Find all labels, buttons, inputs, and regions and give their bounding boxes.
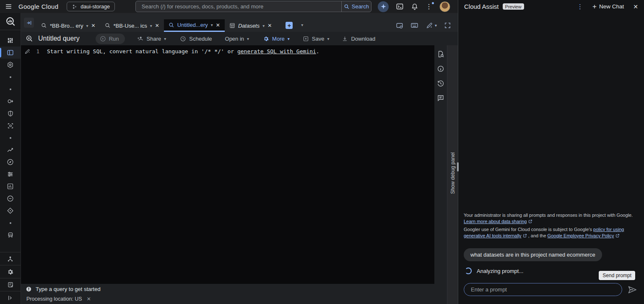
tab-close-icon[interactable]: ✕ — [267, 23, 272, 29]
query-icon — [41, 23, 47, 29]
gemini-policy-disclaimer: Googler use of Gemini for Cloud console … — [464, 226, 637, 239]
schedule-button[interactable]: Schedule — [180, 36, 212, 42]
sidebar-item-release-notes-icon[interactable] — [0, 278, 21, 291]
sidebar-item-governance-hex-icon[interactable] — [0, 59, 21, 71]
sidebar-item-security-shield-icon[interactable] — [0, 107, 21, 120]
sidebar-item-sharing-org-icon[interactable] — [0, 252, 21, 265]
sidebar-item-gemini-diamond-icon[interactable] — [0, 205, 21, 217]
sidebar-item-data-transfer-icon[interactable] — [0, 95, 21, 107]
main-column: Google Cloud daui-storage Search — [0, 0, 458, 304]
sidebar-item-compass-icon[interactable] — [0, 156, 21, 168]
table-icon — [229, 23, 235, 29]
send-prompt-tooltip: Send prompt — [599, 271, 635, 280]
sidebar-item-welcome-grid-icon[interactable] — [0, 34, 21, 47]
bigquery-logo-icon[interactable] — [0, 13, 21, 30]
sidebar-item-capacity-frame-icon[interactable] — [0, 120, 21, 132]
google-cloud-logo[interactable]: Google Cloud — [18, 3, 58, 10]
collapse-explorer-icon[interactable] — [24, 18, 34, 28]
tab-overflow-caret-icon[interactable]: ▾ — [301, 23, 303, 27]
workspace: *BB-Bro... ery ▾ ✕ *BB-Use... ics ▾ ✕ Un… — [21, 13, 458, 304]
assist-more-options-icon[interactable]: ⋮ — [577, 3, 583, 10]
assist-close-icon[interactable]: ✕ — [633, 3, 638, 10]
tab-close-icon[interactable]: ✕ — [216, 22, 220, 28]
query-results-doc-icon[interactable] — [436, 49, 445, 59]
sidebar-item-dashboard-icon[interactable] — [0, 180, 21, 192]
project-icon — [72, 4, 78, 10]
gear-icon — [263, 36, 269, 42]
tab-query-1[interactable]: *BB-Bro... ery ▾ ✕ — [36, 19, 100, 32]
hamburger-menu-icon[interactable] — [2, 0, 15, 13]
keyboard-shortcuts-icon[interactable] — [410, 21, 418, 29]
notifications-bell-icon[interactable] — [411, 3, 418, 10]
clock-icon — [180, 36, 186, 42]
assist-title: Cloud Assist — [464, 3, 499, 10]
new-tab-plus-icon[interactable]: + — [286, 22, 293, 29]
tab-untitled-query-active[interactable]: Untitled...ery ▾ ✕ — [164, 19, 225, 32]
more-button[interactable]: More ▾ — [263, 36, 290, 42]
user-avatar[interactable] — [439, 1, 450, 12]
job-info-icon[interactable] — [436, 64, 445, 73]
tab-label: *BB-Bro... ery — [50, 23, 83, 29]
tab-close-icon[interactable]: ✕ — [155, 23, 159, 29]
location-close-icon[interactable]: ✕ — [87, 296, 91, 302]
status-message: Type a query to get started — [36, 286, 101, 292]
project-selector[interactable]: daui-storage — [67, 2, 115, 11]
gemini-icon[interactable] — [378, 1, 389, 12]
play-icon — [100, 36, 106, 42]
sidebar-item-migration-train-icon[interactable] — [0, 229, 21, 241]
tab-datasets[interactable]: Datasets ▾ ✕ — [225, 19, 276, 32]
bigquery-sidebar — [0, 13, 21, 304]
compose-query-icon — [26, 35, 33, 42]
search-input[interactable] — [136, 1, 341, 12]
history-icon[interactable] — [436, 79, 445, 88]
processing-location: Processing location: US — [26, 296, 82, 302]
open-in-button[interactable]: Open in ▾ — [225, 36, 249, 42]
pen-sparkle-gutter-icon[interactable] — [21, 48, 34, 55]
new-chat-button[interactable]: + New Chat — [592, 3, 624, 10]
tab-caret-icon[interactable]: ▾ — [86, 23, 88, 28]
save-button[interactable]: Save ▾ — [303, 36, 330, 42]
send-prompt-icon[interactable] — [627, 285, 637, 295]
caret-icon: ▾ — [288, 36, 290, 41]
project-name: daui-storage — [80, 4, 110, 10]
sidebar-item-sql-workspace-icon[interactable] — [0, 47, 21, 59]
tab-query-2[interactable]: *BB-Use... ics ▾ ✕ — [100, 19, 164, 32]
sidebar-item-dot-icon[interactable] — [0, 83, 21, 95]
sidebar-item-dot-icon[interactable] — [0, 132, 21, 144]
right-rail: Show debug panel — [434, 45, 458, 304]
caret-icon: ▾ — [247, 36, 249, 41]
search-icon — [344, 4, 350, 10]
fullscreen-icon[interactable] — [444, 22, 451, 29]
tab-close-icon[interactable]: ✕ — [91, 23, 96, 29]
employee-privacy-policy-link[interactable]: Google Employee Privacy Policy — [548, 233, 614, 238]
more-options-icon[interactable]: ⋮ — [426, 3, 432, 10]
show-debug-panel-label[interactable]: Show debug panel — [450, 152, 456, 194]
sidebar-item-dot-icon[interactable] — [0, 71, 21, 83]
learn-more-data-sharing-link[interactable]: Learn more about data sharing — [464, 219, 527, 224]
sidebar-item-dot-icon[interactable] — [0, 217, 21, 229]
prompt-input[interactable] — [464, 283, 622, 296]
tab-caret-icon[interactable]: ▾ — [262, 23, 265, 28]
run-button[interactable]: Run — [96, 34, 125, 44]
search-button[interactable]: Search — [341, 1, 371, 12]
sidebar-item-analytics-chart-icon[interactable] — [0, 144, 21, 156]
line-number: 1 — [34, 49, 39, 55]
tab-label: Untitled...ery — [177, 22, 208, 28]
tab-caret-icon[interactable]: ▾ — [150, 23, 152, 28]
cloud-shell-icon[interactable] — [396, 3, 404, 10]
debug-panel-strip: Show debug panel — [447, 45, 458, 304]
gemini-editor-tools[interactable]: ▾ — [426, 22, 437, 29]
download-button[interactable]: Download — [342, 36, 375, 42]
tab-caret-icon[interactable]: ▾ — [211, 23, 213, 27]
comment-icon[interactable] — [436, 94, 445, 103]
generate-sql-gemini-link[interactable]: generate SQL with Gemini — [237, 48, 316, 55]
share-button[interactable]: Share ▾ — [137, 35, 166, 42]
sidebar-item-expand-panel-icon[interactable] — [0, 291, 21, 304]
sidebar-item-settings-gear-icon[interactable] — [0, 265, 21, 278]
query-toolbar: Untitled query Run Share ▾ — [21, 32, 458, 45]
sidebar-item-query-queues-icon[interactable] — [0, 192, 21, 205]
sidebar-item-tune-sliders-icon[interactable] — [0, 168, 21, 180]
analyzing-label: Analyzing prompt... — [477, 268, 523, 274]
sql-editor[interactable]: 1 Start writing SQL, convert natural lan… — [21, 45, 434, 284]
split-view-icon[interactable] — [396, 22, 403, 29]
